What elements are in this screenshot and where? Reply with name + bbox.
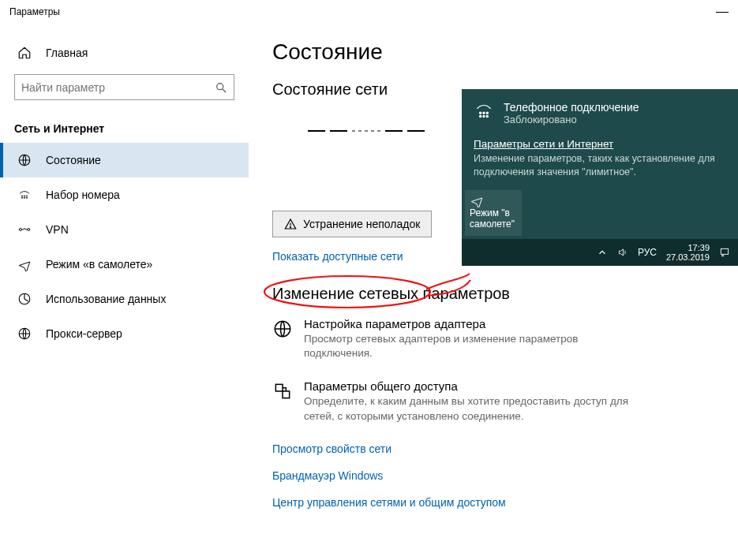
titlebar: Параметры — [0,0,738,24]
firewall-link[interactable]: Брандмауэр Windows [272,469,706,482]
dialup-icon [17,188,32,202]
sidebar-item-vpn[interactable]: VPN [0,212,249,247]
svg-point-6 [21,197,22,198]
taskbar: РУС 17:39 27.03.2019 [462,239,738,266]
search-field[interactable] [21,81,215,94]
search-input[interactable] [14,74,234,100]
vpn-icon [17,222,32,237]
minimize-button[interactable]: — [706,5,738,19]
network-flyout: Телефонное подключение Заблокировано Пар… [462,89,738,266]
svg-point-18 [480,112,481,114]
svg-point-8 [26,197,27,198]
view-properties-link[interactable]: Просмотр свойств сети [272,442,706,455]
svg-line-1 [223,89,226,92]
section-title-change: Изменение сетевых параметров [272,285,706,303]
nav-label: Режим «в самолете» [46,258,152,271]
nav-label: VPN [46,223,69,236]
svg-rect-17 [283,391,290,398]
svg-point-10 [28,229,30,231]
sharing-desc: Определите, к каким данным вы хотите пре… [304,394,635,423]
network-connection-item[interactable]: Телефонное подключение Заблокировано [462,89,738,130]
proxy-icon [17,327,32,341]
svg-point-23 [486,115,488,117]
dialup-connection-icon [474,101,494,121]
connection-status: Заблокировано [504,114,639,125]
sidebar-item-data-usage[interactable]: Использование данных [0,282,249,316]
clock[interactable]: 17:39 27.03.2019 [666,243,710,262]
airplane-mode-tile[interactable]: Режим "в самолете" [465,190,522,236]
troubleshoot-button[interactable]: Устранение неполадок [272,211,432,237]
volume-icon[interactable] [617,247,628,258]
window-title: Параметры [9,6,60,17]
airplane-icon [17,257,32,271]
home-button[interactable]: Главная [0,39,249,66]
svg-point-20 [486,112,488,114]
sidebar: Главная Сеть и Интернет Состояние Набор … [0,24,249,560]
svg-point-7 [24,197,24,198]
home-label: Главная [46,47,88,59]
svg-rect-16 [275,385,283,392]
svg-point-9 [19,229,21,231]
sidebar-item-status[interactable]: Состояние [0,143,249,177]
network-settings-desc: Изменение параметров, таких как установл… [474,152,726,179]
nav-label: Набор номера [46,189,120,201]
language-indicator[interactable]: РУС [638,247,657,258]
troubleshoot-label: Устранение неполадок [303,218,420,230]
sidebar-item-airplane[interactable]: Режим «в самолете» [0,247,249,282]
svg-point-22 [483,115,485,117]
chevron-up-icon[interactable] [597,247,608,258]
network-settings-link[interactable]: Параметры сети и Интернет [474,138,726,150]
airplane-icon [470,193,484,207]
adapter-icon [272,319,293,339]
adapter-title: Настройка параметров адаптера [304,317,635,330]
sidebar-item-proxy[interactable]: Прокси-сервер [0,316,249,351]
nav-label: Состояние [46,154,101,166]
action-center-icon[interactable] [719,247,730,258]
svg-point-19 [483,112,485,114]
adapter-desc: Просмотр сетевых адаптеров и изменение п… [304,332,635,360]
sharing-settings-item[interactable]: Параметры общего доступа Определите, к к… [272,379,706,423]
nav-label: Использование данных [46,293,166,305]
sidebar-item-dialup[interactable]: Набор номера [0,177,249,212]
sharing-title: Параметры общего доступа [304,379,635,393]
svg-point-21 [480,115,481,117]
svg-point-0 [217,83,223,89]
category-header: Сеть и Интернет [0,114,249,143]
svg-point-14 [290,226,290,227]
airplane-tile-label: Режим "в самолете" [470,207,515,230]
sharing-center-link[interactable]: Центр управления сетями и общим доступом [272,496,706,509]
search-icon [215,81,227,94]
svg-point-5 [26,196,27,196]
connection-title: Телефонное подключение [504,101,639,114]
adapter-settings-item[interactable]: Настройка параметров адаптера Просмотр с… [272,317,706,360]
svg-point-4 [24,196,24,196]
clock-time: 17:39 [666,243,710,252]
data-usage-icon [17,292,32,306]
svg-point-3 [21,196,22,196]
clock-date: 27.03.2019 [666,252,710,262]
svg-rect-24 [721,248,728,254]
warning-icon [284,218,297,230]
sharing-icon [272,381,293,401]
nav-label: Прокси-сервер [46,327,122,340]
status-icon [17,153,32,167]
page-title: Состояние [272,39,706,65]
home-icon [17,46,32,60]
